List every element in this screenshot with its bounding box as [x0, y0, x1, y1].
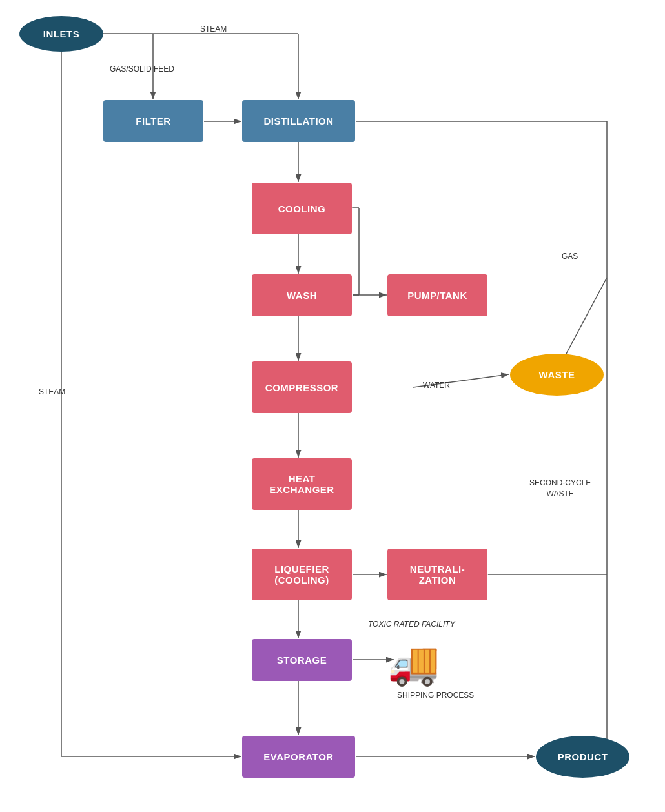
shipping-process-label: SHIPPING PROCESS	[397, 691, 474, 700]
toxic-facility-label: TOXIC RATED FACILITY	[368, 620, 455, 629]
liquefier-label: LIQUEFIER (COOLING)	[274, 563, 329, 585]
storage-node: STORAGE	[252, 639, 352, 681]
compressor-label: COMPRESSOR	[265, 382, 338, 393]
process-flow-diagram: INLETS FILTER DISTILLATION COOLING WASH …	[0, 0, 665, 812]
filter-label: FILTER	[136, 116, 170, 127]
product-node: PRODUCT	[536, 736, 629, 778]
compressor-node: COMPRESSOR	[252, 361, 352, 413]
filter-node: FILTER	[103, 100, 203, 142]
gas-label: GAS	[562, 252, 578, 261]
gas-solid-feed-label: GAS/SOLID FEED	[110, 65, 174, 74]
second-cycle-waste-label: SECOND-CYCLEWASTE	[529, 478, 591, 500]
waste-node: WASTE	[510, 354, 604, 396]
cooling-label: COOLING	[278, 203, 326, 214]
steam-left-label: STEAM	[39, 387, 65, 396]
inlets-label: INLETS	[43, 28, 79, 39]
liquefier-node: LIQUEFIER (COOLING)	[252, 549, 352, 600]
distillation-node: DISTILLATION	[242, 100, 355, 142]
wash-node: WASH	[252, 274, 352, 316]
evaporator-label: EVAPORATOR	[263, 751, 333, 762]
waste-label: WASTE	[539, 369, 575, 380]
product-label: PRODUCT	[558, 751, 608, 762]
heat-exchanger-node: HEAT EXCHANGER	[252, 458, 352, 510]
pump-tank-node: PUMP/TANK	[387, 274, 487, 316]
storage-label: STORAGE	[277, 655, 327, 665]
evaporator-node: EVAPORATOR	[242, 736, 355, 778]
wash-label: WASH	[287, 290, 317, 301]
inlets-node: INLETS	[19, 16, 103, 52]
steam-top-label: STEAM	[200, 25, 227, 34]
water-label: WATER	[423, 381, 450, 390]
neutralization-label: NEUTRALI- ZATION	[410, 563, 465, 585]
pump-tank-label: PUMP/TANK	[407, 290, 467, 301]
truck-icon: 🚚	[387, 639, 440, 688]
heat-exchanger-label: HEAT EXCHANGER	[269, 473, 334, 495]
distillation-label: DISTILLATION	[263, 116, 333, 127]
cooling-node: COOLING	[252, 183, 352, 234]
neutralization-node: NEUTRALI- ZATION	[387, 549, 487, 600]
